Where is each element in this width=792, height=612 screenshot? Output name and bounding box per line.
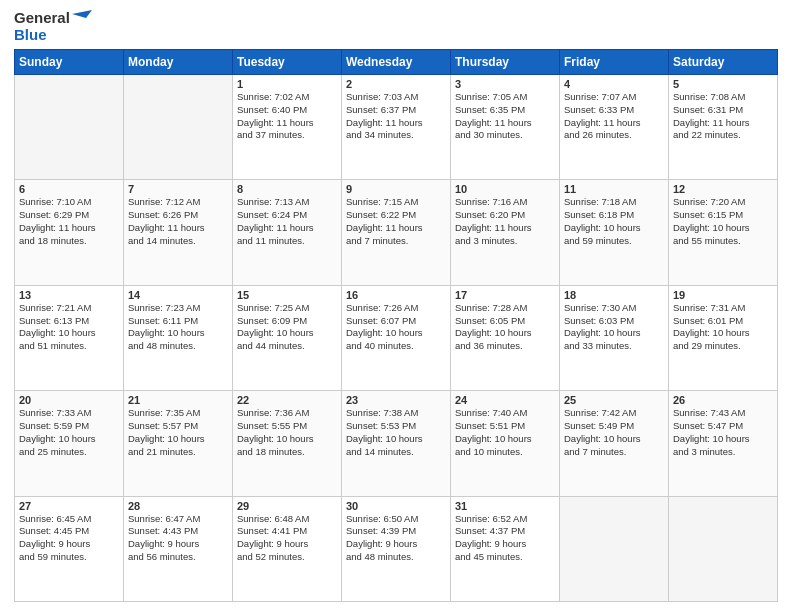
sunrise-text: Sunrise: 7:25 AM bbox=[237, 302, 337, 315]
sunset-text: Sunset: 6:24 PM bbox=[237, 209, 337, 222]
calendar-cell: 21Sunrise: 7:35 AMSunset: 5:57 PMDayligh… bbox=[124, 391, 233, 496]
day-number: 19 bbox=[673, 289, 773, 301]
header: General Blue bbox=[14, 10, 778, 43]
calendar-cell: 11Sunrise: 7:18 AMSunset: 6:18 PMDayligh… bbox=[560, 180, 669, 285]
sunset-text: Sunset: 5:53 PM bbox=[346, 420, 446, 433]
sunset-text: Sunset: 5:49 PM bbox=[564, 420, 664, 433]
day-number: 2 bbox=[346, 78, 446, 90]
cell-content: Sunrise: 6:45 AMSunset: 4:45 PMDaylight:… bbox=[19, 513, 119, 564]
sunset-text: Sunset: 4:39 PM bbox=[346, 525, 446, 538]
calendar-cell: 27Sunrise: 6:45 AMSunset: 4:45 PMDayligh… bbox=[15, 496, 124, 601]
sunset-text: Sunset: 6:13 PM bbox=[19, 315, 119, 328]
sunset-text: Sunset: 5:51 PM bbox=[455, 420, 555, 433]
calendar-header-row: SundayMondayTuesdayWednesdayThursdayFrid… bbox=[15, 50, 778, 75]
sunset-text: Sunset: 6:03 PM bbox=[564, 315, 664, 328]
sunset-text: Sunset: 6:09 PM bbox=[237, 315, 337, 328]
cell-content: Sunrise: 6:47 AMSunset: 4:43 PMDaylight:… bbox=[128, 513, 228, 564]
sunset-text: Sunset: 6:18 PM bbox=[564, 209, 664, 222]
sunset-text: Sunset: 6:07 PM bbox=[346, 315, 446, 328]
logo-container: General Blue bbox=[14, 10, 92, 43]
calendar-cell: 22Sunrise: 7:36 AMSunset: 5:55 PMDayligh… bbox=[233, 391, 342, 496]
daylight-minutes-text: and 48 minutes. bbox=[346, 551, 446, 564]
cell-content: Sunrise: 7:43 AMSunset: 5:47 PMDaylight:… bbox=[673, 407, 773, 458]
sunset-text: Sunset: 5:55 PM bbox=[237, 420, 337, 433]
sunrise-text: Sunrise: 7:12 AM bbox=[128, 196, 228, 209]
day-number: 3 bbox=[455, 78, 555, 90]
sunset-text: Sunset: 6:20 PM bbox=[455, 209, 555, 222]
calendar-cell: 9Sunrise: 7:15 AMSunset: 6:22 PMDaylight… bbox=[342, 180, 451, 285]
cell-content: Sunrise: 7:28 AMSunset: 6:05 PMDaylight:… bbox=[455, 302, 555, 353]
weekday-header: Saturday bbox=[669, 50, 778, 75]
sunrise-text: Sunrise: 7:20 AM bbox=[673, 196, 773, 209]
day-number: 21 bbox=[128, 394, 228, 406]
sunrise-text: Sunrise: 7:28 AM bbox=[455, 302, 555, 315]
daylight-text: Daylight: 9 hours bbox=[237, 538, 337, 551]
cell-content: Sunrise: 7:26 AMSunset: 6:07 PMDaylight:… bbox=[346, 302, 446, 353]
sunset-text: Sunset: 4:41 PM bbox=[237, 525, 337, 538]
cell-content: Sunrise: 7:33 AMSunset: 5:59 PMDaylight:… bbox=[19, 407, 119, 458]
sunrise-text: Sunrise: 7:07 AM bbox=[564, 91, 664, 104]
daylight-text: Daylight: 11 hours bbox=[128, 222, 228, 235]
daylight-minutes-text: and 18 minutes. bbox=[19, 235, 119, 248]
day-number: 8 bbox=[237, 183, 337, 195]
sunset-text: Sunset: 6:33 PM bbox=[564, 104, 664, 117]
sunset-text: Sunset: 5:57 PM bbox=[128, 420, 228, 433]
calendar-cell: 23Sunrise: 7:38 AMSunset: 5:53 PMDayligh… bbox=[342, 391, 451, 496]
calendar-cell bbox=[15, 75, 124, 180]
daylight-minutes-text: and 7 minutes. bbox=[346, 235, 446, 248]
sunset-text: Sunset: 6:40 PM bbox=[237, 104, 337, 117]
logo: General Blue bbox=[14, 10, 92, 43]
cell-content: Sunrise: 7:40 AMSunset: 5:51 PMDaylight:… bbox=[455, 407, 555, 458]
daylight-minutes-text: and 34 minutes. bbox=[346, 129, 446, 142]
page: General Blue SundayMondayTuesdayWednesda… bbox=[0, 0, 792, 612]
daylight-minutes-text: and 52 minutes. bbox=[237, 551, 337, 564]
daylight-minutes-text: and 3 minutes. bbox=[455, 235, 555, 248]
calendar-cell: 18Sunrise: 7:30 AMSunset: 6:03 PMDayligh… bbox=[560, 285, 669, 390]
daylight-text: Daylight: 10 hours bbox=[346, 433, 446, 446]
day-number: 27 bbox=[19, 500, 119, 512]
cell-content: Sunrise: 6:50 AMSunset: 4:39 PMDaylight:… bbox=[346, 513, 446, 564]
cell-content: Sunrise: 7:02 AMSunset: 6:40 PMDaylight:… bbox=[237, 91, 337, 142]
cell-content: Sunrise: 7:08 AMSunset: 6:31 PMDaylight:… bbox=[673, 91, 773, 142]
sunset-text: Sunset: 6:31 PM bbox=[673, 104, 773, 117]
calendar-cell: 19Sunrise: 7:31 AMSunset: 6:01 PMDayligh… bbox=[669, 285, 778, 390]
daylight-minutes-text: and 25 minutes. bbox=[19, 446, 119, 459]
calendar-table: SundayMondayTuesdayWednesdayThursdayFrid… bbox=[14, 49, 778, 602]
weekday-header: Tuesday bbox=[233, 50, 342, 75]
calendar-cell: 12Sunrise: 7:20 AMSunset: 6:15 PMDayligh… bbox=[669, 180, 778, 285]
daylight-text: Daylight: 10 hours bbox=[237, 327, 337, 340]
logo-general: General bbox=[14, 10, 70, 27]
calendar-cell: 28Sunrise: 6:47 AMSunset: 4:43 PMDayligh… bbox=[124, 496, 233, 601]
calendar-week-row: 1Sunrise: 7:02 AMSunset: 6:40 PMDaylight… bbox=[15, 75, 778, 180]
sunrise-text: Sunrise: 6:47 AM bbox=[128, 513, 228, 526]
sunset-text: Sunset: 6:01 PM bbox=[673, 315, 773, 328]
cell-content: Sunrise: 7:16 AMSunset: 6:20 PMDaylight:… bbox=[455, 196, 555, 247]
sunrise-text: Sunrise: 7:35 AM bbox=[128, 407, 228, 420]
cell-content: Sunrise: 7:15 AMSunset: 6:22 PMDaylight:… bbox=[346, 196, 446, 247]
calendar-week-row: 6Sunrise: 7:10 AMSunset: 6:29 PMDaylight… bbox=[15, 180, 778, 285]
daylight-minutes-text: and 56 minutes. bbox=[128, 551, 228, 564]
day-number: 26 bbox=[673, 394, 773, 406]
day-number: 14 bbox=[128, 289, 228, 301]
sunrise-text: Sunrise: 7:23 AM bbox=[128, 302, 228, 315]
daylight-minutes-text: and 26 minutes. bbox=[564, 129, 664, 142]
cell-content: Sunrise: 7:23 AMSunset: 6:11 PMDaylight:… bbox=[128, 302, 228, 353]
sunrise-text: Sunrise: 7:15 AM bbox=[346, 196, 446, 209]
weekday-header: Friday bbox=[560, 50, 669, 75]
calendar-cell: 10Sunrise: 7:16 AMSunset: 6:20 PMDayligh… bbox=[451, 180, 560, 285]
svg-marker-0 bbox=[72, 10, 92, 18]
daylight-minutes-text: and 3 minutes. bbox=[673, 446, 773, 459]
sunrise-text: Sunrise: 6:45 AM bbox=[19, 513, 119, 526]
sunrise-text: Sunrise: 7:21 AM bbox=[19, 302, 119, 315]
day-number: 25 bbox=[564, 394, 664, 406]
day-number: 31 bbox=[455, 500, 555, 512]
cell-content: Sunrise: 7:18 AMSunset: 6:18 PMDaylight:… bbox=[564, 196, 664, 247]
weekday-header: Monday bbox=[124, 50, 233, 75]
daylight-text: Daylight: 9 hours bbox=[346, 538, 446, 551]
sunset-text: Sunset: 5:47 PM bbox=[673, 420, 773, 433]
daylight-text: Daylight: 10 hours bbox=[128, 327, 228, 340]
calendar-cell: 14Sunrise: 7:23 AMSunset: 6:11 PMDayligh… bbox=[124, 285, 233, 390]
logo-bird-icon bbox=[72, 10, 92, 26]
sunset-text: Sunset: 6:22 PM bbox=[346, 209, 446, 222]
sunset-text: Sunset: 4:43 PM bbox=[128, 525, 228, 538]
